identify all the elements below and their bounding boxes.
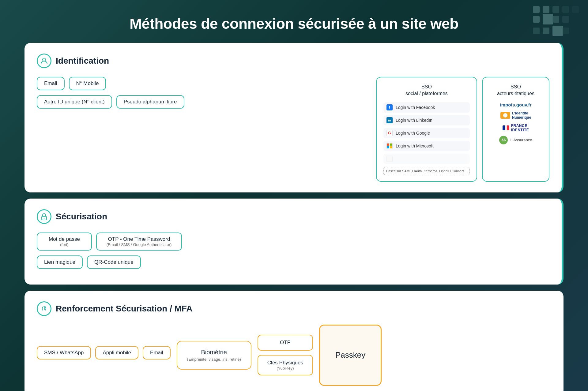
decorative-dots xyxy=(533,6,579,36)
sso-etatiques-title: SSOacteurs étatiques xyxy=(489,84,542,97)
renforcement-title: Renforcement Sécurisation / MFA xyxy=(56,304,193,314)
tag-sms: SMS / WhatsApp xyxy=(37,346,91,359)
sso-social-box: SSOsocial / plateformes f Login with Fac… xyxy=(376,77,477,182)
identification-section: Identification Email N° Mobile Autre ID … xyxy=(24,43,564,192)
identite-numerique-item: L'IdentitéNumérique xyxy=(489,111,542,120)
login-facebook-label: Login with Facebook xyxy=(396,105,435,110)
impots-item: impots.gouv.fr xyxy=(489,102,542,107)
tag-appli: Appli mobile xyxy=(95,346,138,359)
france-identite-item: FRANCEIDENTITÉ xyxy=(489,124,542,132)
assurance-logo: AS L'Assurance xyxy=(499,136,532,144)
tag-pseudo: Pseudo alphanum libre xyxy=(116,95,184,109)
passkey-label: Passkey xyxy=(335,350,365,360)
identification-title: Identification xyxy=(56,56,109,66)
tag-mot-de-passe: Mot de passe (fort) xyxy=(37,233,92,251)
login-linkedin: in Login with LinkedIn xyxy=(383,115,470,125)
identite-numerique-logo: L'IdentitéNumérique xyxy=(500,111,531,120)
identification-left: Email N° Mobile Autre ID unique (N° clie… xyxy=(37,77,370,114)
securisation-tags-row1: Mot de passe (fort) OTP - One Time Passw… xyxy=(37,233,549,251)
renforcement-icon xyxy=(37,301,51,316)
securisation-icon xyxy=(37,209,51,224)
tags-row-1: Email N° Mobile xyxy=(37,77,370,90)
biometrie-sublabel: (Empreinte, visage, iris, rétine) xyxy=(187,357,241,362)
securisation-title: Sécurisation xyxy=(56,212,107,222)
identification-icon xyxy=(37,54,51,68)
tag-email: Email xyxy=(37,77,65,90)
renforcement-content: SMS / WhatsApp Appli mobile Email Biomét… xyxy=(37,325,551,386)
svg-point-2 xyxy=(44,218,45,218)
renforcement-section: Renforcement Sécurisation / MFA SMS / Wh… xyxy=(24,291,564,391)
france-identite-logo: FRANCEIDENTITÉ xyxy=(503,124,529,132)
main-container: Identification Email N° Mobile Autre ID … xyxy=(24,43,564,391)
tag-mobile: N° Mobile xyxy=(69,77,106,90)
login-google-label: Login with Google xyxy=(396,131,430,136)
otp-cles-stack: OTP Clés Physiques (YubiKey) xyxy=(258,335,313,375)
login-microsoft: Login with Microsoft xyxy=(383,141,470,151)
identification-content: Email N° Mobile Autre ID unique (N° clie… xyxy=(37,77,549,182)
page-title: Méthodes de connexion sécurisée à un sit… xyxy=(0,0,588,43)
renforcement-header: Renforcement Sécurisation / MFA xyxy=(37,301,551,316)
google-icon: G xyxy=(386,130,393,136)
login-linkedin-label: Login with LinkedIn xyxy=(396,118,432,123)
tags-row-2: Autre ID unique (N° client) Pseudo alpha… xyxy=(37,95,370,109)
sso-boxes: SSOsocial / plateformes f Login with Fac… xyxy=(376,77,549,182)
login-microsoft-label: Login with Microsoft xyxy=(396,143,434,148)
passkey-box: Passkey xyxy=(319,325,382,386)
renforcement-tags-row: SMS / WhatsApp Appli mobile Email xyxy=(37,346,171,359)
securisation-header: Sécurisation xyxy=(37,209,549,224)
securisation-tags-row2: Lien magique QR-Code unique xyxy=(37,255,549,269)
login-apple xyxy=(383,154,470,164)
identification-header: Identification xyxy=(37,54,549,68)
apple-icon xyxy=(386,156,393,162)
tag-qr-code: QR-Code unique xyxy=(87,255,141,269)
sso-note: Basés sur SAML,OAuth, Kerberos, OpenID C… xyxy=(383,167,470,175)
sso-etatiques-box: SSOacteurs étatiques impots.gouv.fr L'Id… xyxy=(482,77,549,182)
linkedin-icon: in xyxy=(386,117,393,123)
login-google: G Login with Google xyxy=(383,128,470,138)
biometrie-label: Biométrie xyxy=(187,349,241,356)
securisation-section: Sécurisation Mot de passe (fort) OTP - O… xyxy=(24,199,564,285)
assurance-item: AS L'Assurance xyxy=(489,136,542,144)
biometrie-tag: Biométrie (Empreinte, visage, iris, réti… xyxy=(177,341,251,370)
tag-otp: OTP - One Time Password (Email / SMS / G… xyxy=(96,233,182,251)
sso-social-title: SSOsocial / plateformes xyxy=(383,84,470,97)
impots-logo: impots.gouv.fr xyxy=(500,102,531,107)
assurance-label: L'Assurance xyxy=(510,138,532,142)
svg-point-0 xyxy=(43,58,46,61)
tag-otp-mfa: OTP xyxy=(258,335,313,351)
microsoft-icon xyxy=(386,143,393,149)
tag-lien-magique: Lien magique xyxy=(37,255,83,269)
login-facebook: f Login with Facebook xyxy=(383,102,470,113)
tag-cles-physiques: Clés Physiques (YubiKey) xyxy=(258,355,313,375)
renforcement-left: SMS / WhatsApp Appli mobile Email xyxy=(37,346,171,364)
tag-autre-id: Autre ID unique (N° client) xyxy=(37,95,112,109)
facebook-icon: f xyxy=(386,104,393,110)
tag-email: Email xyxy=(143,346,171,359)
